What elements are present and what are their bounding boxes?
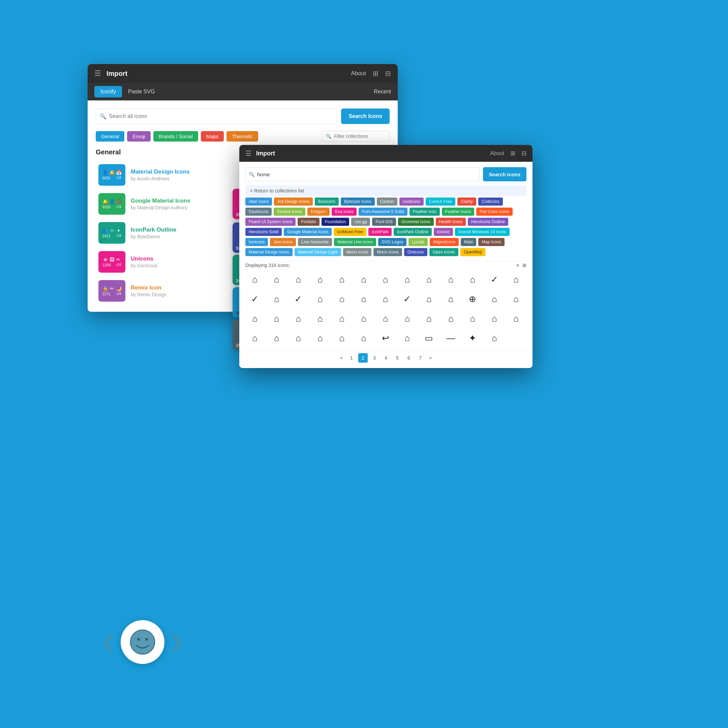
ws-tag[interactable]: Font Awesome 5 Solid (359, 208, 407, 216)
icon-cell[interactable]: ⌂ (485, 290, 504, 308)
filter-emoji[interactable]: Emoji (127, 131, 151, 142)
ws-tag[interactable]: Feather Icons (442, 208, 474, 216)
ws-tag[interactable]: Flat Color Icons (476, 208, 512, 216)
ws-tag[interactable]: Elusive Icons (274, 208, 305, 216)
ws-tag[interactable]: Font-GIS (372, 218, 396, 226)
ws-tag[interactable]: BoxIcons (315, 197, 339, 206)
view-icon-2[interactable]: ⊞ (522, 263, 526, 268)
ws-tag[interactable]: coolicons (399, 197, 424, 206)
layout-icon-2[interactable]: ⊟ (385, 69, 391, 78)
ws-tag[interactable]: Entypo+ (307, 208, 330, 216)
icon-cell[interactable]: ⌂ (332, 310, 351, 327)
icon-cell[interactable]: ✓ (398, 290, 417, 308)
icon-cell[interactable]: ⌂ (267, 290, 286, 308)
ws-tag[interactable]: Line Awesome (298, 238, 332, 246)
main-menu-icon[interactable]: ☰ (94, 69, 101, 78)
ws-tag[interactable]: Mono Icons (343, 248, 372, 256)
ws-tag[interactable]: Material Design Icons (245, 248, 292, 256)
icon-cell[interactable]: ⌂ (354, 290, 373, 308)
icon-cell[interactable]: ⌂ (311, 290, 330, 308)
tab-paste-svg[interactable]: Paste SVG (122, 86, 161, 97)
icon-cell[interactable]: ⌂ (267, 329, 286, 347)
tab-recent[interactable]: Recent (374, 89, 391, 95)
back-to-collections[interactable]: < Return to collections list (245, 185, 526, 196)
icon-cell[interactable]: ⌂ (398, 329, 417, 347)
ws-tag[interactable]: CoreUI Free (426, 197, 456, 206)
ws-tag[interactable]: Akar Icons (245, 197, 272, 206)
icon-cell[interactable]: ⌂ (245, 329, 264, 347)
icon-cell[interactable]: ⌂ (245, 310, 264, 327)
icon-cell[interactable]: ⌂ (506, 310, 525, 327)
search-icons-button[interactable]: Search Icons (341, 109, 390, 124)
icon-cell[interactable]: ⌂ (354, 271, 373, 288)
ws-tag[interactable]: Google Material Icons (284, 228, 332, 236)
ws-tag[interactable]: Feather Icon (410, 208, 440, 216)
filter-brands[interactable]: Brands / Social (153, 131, 198, 142)
icon-cell[interactable]: ⌂ (420, 310, 439, 327)
icon-cell[interactable]: ⌂ (485, 329, 504, 347)
ws-tag[interactable]: Fontisto (298, 218, 319, 226)
search-about-link[interactable]: About (490, 150, 504, 156)
ws-tag[interactable]: Mono Icons (373, 248, 402, 256)
icon-cell[interactable]: ✓ (289, 290, 308, 308)
icon-cell[interactable]: ⌂ (506, 271, 525, 288)
icon-cell[interactable]: ▭ (420, 329, 439, 347)
icon-cell[interactable]: ⌂ (267, 310, 286, 327)
icon-cell[interactable]: ⌂ (506, 290, 525, 308)
ws-tag[interactable]: Lucide (408, 238, 428, 246)
ws-tag[interactable]: IconPark Outline (394, 228, 431, 236)
icon-cell[interactable]: ✓ (485, 271, 504, 288)
page-next[interactable]: > (427, 355, 434, 361)
ws-search-button[interactable]: Search Icons (483, 167, 526, 181)
view-icon-1[interactable]: ≡ (516, 263, 519, 268)
search-layout-icon-2[interactable]: ⊟ (522, 150, 526, 157)
ws-tag[interactable]: Dashicons (245, 208, 272, 216)
icon-cell[interactable]: ✦ (463, 329, 482, 347)
layout-icon-1[interactable]: ⊞ (373, 69, 378, 78)
icon-cell[interactable]: ⌂ (311, 310, 330, 327)
icon-cell[interactable]: ⌂ (311, 329, 330, 347)
tab-iconify[interactable]: Iconify (94, 86, 122, 97)
ws-tag[interactable]: Ant Design Icons (274, 197, 313, 206)
ws-tag[interactable]: Octicons (404, 248, 427, 256)
ws-tag[interactable]: Material Line Icons (334, 238, 376, 246)
icon-cell[interactable]: ⌂ (420, 271, 439, 288)
page-1[interactable]: 1 (347, 353, 356, 362)
icon-cell[interactable]: ⌂ (463, 310, 482, 327)
icon-cell[interactable]: ⌂ (289, 310, 308, 327)
ws-tag[interactable]: Fluent UI System Icons (245, 218, 295, 226)
icon-cell[interactable]: ⌂ (376, 310, 395, 327)
icon-cell[interactable]: ⌂ (332, 329, 351, 347)
page-5[interactable]: 5 (393, 353, 402, 362)
icon-cell[interactable]: ↩ (376, 329, 395, 347)
page-4[interactable]: 4 (381, 353, 391, 362)
icon-cell[interactable]: ⌂ (245, 271, 264, 288)
icon-cell[interactable]: ⌂ (442, 310, 460, 327)
icon-cell[interactable]: ⌂ (289, 271, 308, 288)
ws-search-input[interactable] (245, 167, 480, 181)
icon-cell[interactable]: ⌂ (354, 329, 373, 347)
filter-thematic[interactable]: Thematic (226, 131, 258, 142)
icon-cell[interactable]: ⌂ (289, 329, 308, 347)
icon-cell[interactable]: ✓ (245, 290, 264, 308)
page-3[interactable]: 3 (370, 353, 379, 362)
icon-cell[interactable]: ⌂ (376, 290, 395, 308)
ws-tag[interactable]: Material Design Light (295, 248, 341, 256)
ws-tag[interactable]: IonIcons (245, 238, 268, 246)
filter-general[interactable]: General (96, 131, 124, 142)
about-link[interactable]: About (351, 70, 366, 77)
ws-tag[interactable]: Clarity (457, 197, 476, 206)
ws-tag[interactable]: HeroIcons Outline (468, 218, 508, 226)
icon-cell[interactable]: ⌂ (332, 271, 351, 288)
filter-maps[interactable]: Maps (201, 131, 224, 142)
ws-tag[interactable]: Majesticons (430, 238, 459, 246)
icon-cell[interactable]: ⌂ (442, 290, 460, 308)
search-input[interactable] (96, 109, 337, 124)
page-2[interactable]: 2 (358, 353, 368, 362)
icon-cell[interactable]: ⌂ (398, 271, 417, 288)
filter-collections-input[interactable] (322, 131, 390, 142)
ws-tag[interactable]: IconPark (369, 228, 392, 236)
ws-tag[interactable]: Map Icons (478, 238, 505, 246)
icon-cell[interactable]: ⌂ (267, 271, 286, 288)
icon-cell[interactable]: ⌂ (442, 271, 460, 288)
